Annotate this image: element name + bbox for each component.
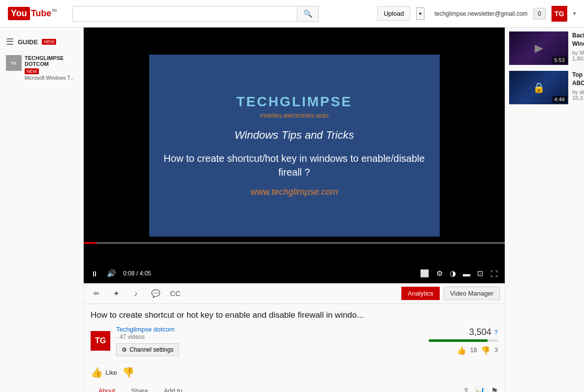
guide-label: GUIDE bbox=[18, 38, 38, 46]
tab-share[interactable]: Share bbox=[123, 382, 156, 392]
video-toolbar: ✏ ✦ ♪ 💬 CC Analytics Video Manager bbox=[84, 283, 505, 304]
settings-button[interactable]: ⚙ bbox=[434, 268, 445, 279]
total-time: 4:05 bbox=[139, 270, 151, 277]
related-video-1[interactable]: ▶ 5:53 Backtrack 5 R2-Exploit Windows7 U… bbox=[509, 31, 584, 65]
logo[interactable]: YouTubeIN bbox=[8, 7, 57, 21]
analytics-button[interactable]: Analytics bbox=[401, 287, 440, 300]
main-layout: ☰ GUIDE NEW TG TECHGLIMPSE DOTCOM NEW Mi… bbox=[0, 28, 584, 392]
thumbs-up-button[interactable]: 👍 bbox=[456, 346, 466, 355]
video-category-text: Windows Tips and Tricks bbox=[234, 129, 354, 142]
tab-addto-label: Add to bbox=[164, 387, 183, 392]
tabs-row: About Share Add to ⇧ 📊 ⚑ bbox=[84, 382, 505, 392]
related-title-1: Backtrack 5 R2-Exploit Windows7 Ultimate… bbox=[572, 31, 584, 48]
view-count: 3,504 bbox=[469, 327, 491, 337]
channel-name[interactable]: Techglimpse dotcom bbox=[116, 326, 179, 333]
thumbs-down-button[interactable]: 👎 bbox=[481, 346, 490, 355]
music-button[interactable]: ♪ bbox=[128, 286, 144, 302]
channel-row: TG Techglimpse dotcom · 47 videos ⚙ Chan… bbox=[91, 326, 498, 356]
notification-count[interactable]: 0 bbox=[533, 8, 546, 20]
video-title: How to create shortcut or hot key to ena… bbox=[91, 310, 498, 321]
related-info-2: Top Ten Windows Shortcuts | ABC Innovati… bbox=[572, 71, 584, 104]
channel-avatar[interactable]: TG bbox=[91, 331, 110, 351]
miniplayer-button[interactable]: ⊡ bbox=[475, 268, 486, 279]
sidebar-channel-thumb: TG bbox=[6, 55, 22, 71]
header: YouTubeIN 🔍 Upload ▾ techglimpse.newslet… bbox=[0, 0, 584, 28]
video-controls: ⏸ 🔊 0:08 / 4:05 ⬜ ⚙ ◑ ▬ ⊡ ⛶ bbox=[84, 264, 505, 283]
sidebar-channel[interactable]: TG TECHGLIMPSE DOTCOM NEW Microsoft Wind… bbox=[0, 51, 83, 85]
user-email: techglimpse.newsletter@gmail.com bbox=[434, 10, 527, 17]
video-info-section: How to create shortcut or hot key to ena… bbox=[84, 304, 505, 362]
current-time: 0:08 bbox=[123, 270, 134, 277]
video-manager-button[interactable]: Video Manager bbox=[444, 287, 500, 300]
channel-separator: · bbox=[116, 333, 120, 340]
volume-button[interactable]: 🔊 bbox=[105, 268, 118, 279]
annotate-button[interactable]: 💬 bbox=[148, 286, 163, 302]
like-section: 3,504 ? 👍 18 👎 3 bbox=[429, 327, 498, 355]
brightness-button[interactable]: ◑ bbox=[448, 268, 458, 279]
related-title-2: Top Ten Windows Shortcuts | ABC Innovati… bbox=[572, 71, 584, 88]
youtube-logo-in: IN bbox=[52, 8, 57, 13]
play-pause-button[interactable]: ⏸ bbox=[89, 269, 100, 279]
upload-button[interactable]: Upload bbox=[377, 6, 410, 21]
youtube-logo-you: You bbox=[8, 7, 30, 21]
account-dropdown-icon[interactable]: ▾ bbox=[573, 10, 576, 17]
channel-settings-button[interactable]: ⚙ Channel settings bbox=[116, 343, 179, 356]
enhance-button[interactable]: ✦ bbox=[108, 286, 124, 302]
rating-fill bbox=[429, 339, 487, 342]
guide-new-badge: NEW bbox=[42, 39, 56, 45]
avatar[interactable]: TG bbox=[552, 6, 567, 22]
guide-row[interactable]: ☰ GUIDE NEW bbox=[0, 32, 83, 51]
tab-share-label: Share bbox=[131, 387, 148, 392]
bottom-actions: 👍 Like 👎 bbox=[84, 362, 505, 382]
related-video-2[interactable]: 🔒 4:44 Top Ten Windows Shortcuts | ABC I… bbox=[509, 71, 584, 104]
sidebar-video-title: Microsoft Windows T... bbox=[25, 75, 77, 81]
tab-about[interactable]: About bbox=[91, 382, 123, 392]
theater-button[interactable]: ▬ bbox=[461, 268, 472, 279]
tab-addto[interactable]: Add to bbox=[156, 382, 191, 392]
like-button-big[interactable]: 👍 Like bbox=[91, 366, 117, 378]
video-main-text: How to create shortcut/hot key in window… bbox=[159, 151, 430, 179]
right-sidebar: ▶ 5:53 Backtrack 5 R2-Exploit Windows7 U… bbox=[505, 28, 584, 392]
video-player: TECHGLIMPSE mobiles.electronics.auto Win… bbox=[84, 28, 505, 283]
dislike-count-label: 3 bbox=[494, 347, 498, 354]
youtube-logo-tube: Tube bbox=[31, 8, 52, 19]
related-thumb-1: ▶ 5:53 bbox=[509, 31, 568, 65]
main-content: TECHGLIMPSE mobiles.electronics.auto Win… bbox=[84, 28, 505, 392]
stats-icon[interactable]: 📊 bbox=[475, 386, 485, 392]
edit-button[interactable]: ✏ bbox=[89, 286, 104, 302]
related-info-1: Backtrack 5 R2-Exploit Windows7 Ultimate… bbox=[572, 31, 584, 65]
related-views-1: 1,803 views bbox=[572, 56, 584, 61]
video-url-text: www.techglimpse.com bbox=[250, 187, 338, 197]
search-button[interactable]: 🔍 bbox=[297, 6, 319, 22]
related-thumb-2: 🔒 4:44 bbox=[509, 71, 568, 104]
action-icons: ⇧ 📊 ⚑ bbox=[463, 382, 498, 392]
sidebar-channel-name: TECHGLIMPSE DOTCOM bbox=[25, 55, 77, 67]
flag-icon[interactable]: ⚑ bbox=[491, 386, 498, 392]
like-thumb-up-icon: 👍 bbox=[91, 366, 103, 378]
like-label: Like bbox=[105, 369, 117, 376]
gear-icon: ⚙ bbox=[122, 346, 127, 353]
fullscreen-button[interactable]: ⛶ bbox=[488, 268, 500, 279]
video-brand-text: TECHGLIMPSE bbox=[236, 94, 352, 110]
progress-bar-wrapper[interactable] bbox=[84, 242, 505, 244]
time-display: 0:08 / 4:05 bbox=[123, 270, 151, 277]
progress-filled bbox=[84, 242, 97, 244]
video-frame[interactable]: TECHGLIMPSE mobiles.electronics.auto Win… bbox=[84, 28, 505, 264]
caption-button[interactable]: ⬜ bbox=[418, 268, 431, 279]
upload-label: Upload bbox=[384, 10, 404, 17]
share-icon[interactable]: ⇧ bbox=[463, 386, 469, 392]
channel-details: Techglimpse dotcom · 47 videos ⚙ Channel… bbox=[116, 326, 179, 356]
help-icon[interactable]: ? bbox=[494, 329, 498, 336]
related-views-2: 18,310 views bbox=[572, 95, 584, 101]
rating-bar bbox=[429, 339, 498, 342]
upload-dropdown-button[interactable]: ▾ bbox=[416, 7, 424, 20]
tab-about-label: About bbox=[98, 387, 115, 392]
caption-tool-button[interactable]: CC bbox=[167, 286, 183, 302]
video-content-overlay: TECHGLIMPSE mobiles.electronics.auto Win… bbox=[149, 55, 440, 237]
video-count: 47 videos bbox=[120, 333, 145, 340]
search-form: 🔍 bbox=[72, 6, 319, 22]
related-duration-2: 4:44 bbox=[552, 96, 567, 103]
video-brand-subtitle: mobiles.electronics.auto bbox=[260, 112, 328, 119]
dislike-button-big[interactable]: 👎 bbox=[122, 366, 134, 378]
search-input[interactable] bbox=[72, 6, 297, 22]
